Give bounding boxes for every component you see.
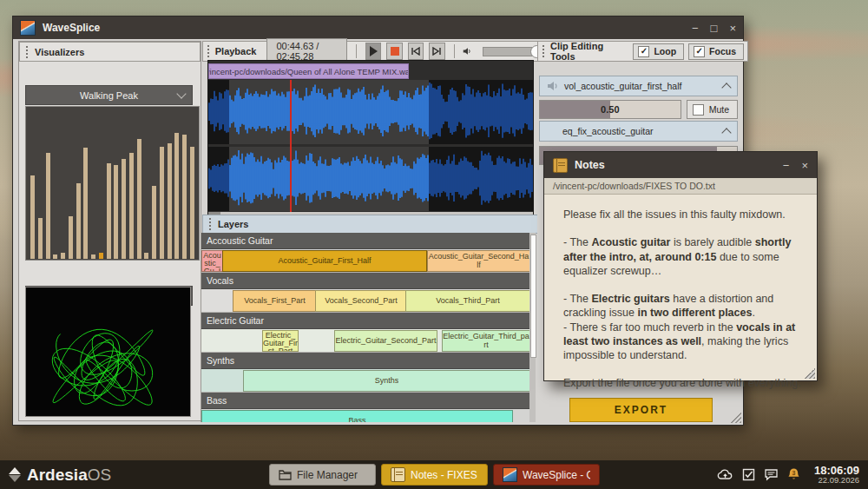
os-name-light: OS <box>88 466 111 484</box>
stop-icon <box>391 47 399 56</box>
track-row: Electric_Guitar_First_PartElectric_Guita… <box>201 329 529 353</box>
volume-slider[interactable] <box>483 47 540 56</box>
walking-peak-canvas <box>25 106 200 261</box>
notes-paragraph: Please fix all the issues in this faulty… <box>563 208 805 221</box>
skip-start-button[interactable] <box>408 43 424 60</box>
focus-checkbox[interactable] <box>694 46 705 57</box>
collapse-icon[interactable] <box>721 128 731 137</box>
peak-bar <box>53 254 57 259</box>
audio-clip[interactable]: Vocals_Third_Part <box>405 290 529 312</box>
notes-minimize-button[interactable]: − <box>783 159 790 172</box>
window-resize-grip[interactable] <box>731 413 741 423</box>
maximize-button[interactable]: □ <box>711 22 718 35</box>
playback-header: Playback 00:44.63 / 02:45.28 <box>202 41 544 62</box>
folder-icon <box>279 469 292 480</box>
audio-clip[interactable]: Synths <box>243 370 529 392</box>
track-header: Bass <box>201 393 529 409</box>
skip-start-icon <box>411 47 421 56</box>
notes-close-button[interactable]: × <box>801 159 808 172</box>
notes-window: Notes − × /vincent-pc/downloads/FIXES TO… <box>543 151 818 381</box>
stop-button[interactable] <box>386 43 402 60</box>
notes-resize-grip[interactable] <box>805 368 815 379</box>
waveform-area[interactable]: /vincent-pc/downloads/Queen of All Alone… <box>207 60 534 216</box>
peak-bar <box>46 153 50 260</box>
track-row: Acoustic_Gu_IntroAcoustic_Guitar_First_H… <box>201 249 529 273</box>
peak-bar <box>83 148 88 259</box>
audio-clip[interactable]: Electric_Guitar_First_Part <box>262 330 299 352</box>
audio-clip[interactable]: Acoustic_Guitar_Second_Half <box>427 250 529 272</box>
loop-toggle[interactable]: Loop <box>633 43 684 60</box>
file-path-badge: /vincent-pc/downloads/Queen of All Alone… <box>208 63 409 79</box>
close-button[interactable]: × <box>729 22 736 35</box>
peak-bar <box>61 253 65 259</box>
collapse-icon[interactable] <box>721 83 731 92</box>
playhead[interactable] <box>290 80 292 212</box>
taskbar-wavesplice[interactable]: WaveSplice - Qu... <box>493 464 600 486</box>
peak-bar <box>144 253 148 259</box>
peak-bar <box>137 139 141 259</box>
cloud-upload-icon[interactable] <box>717 468 733 481</box>
layers-tracks: Accoustic GuitarAcoustic_Gu_IntroAcousti… <box>201 233 529 422</box>
audio-clip[interactable]: Electric_Guitar_Third_part <box>442 330 529 352</box>
skip-end-button[interactable] <box>429 43 444 60</box>
track-header: Synths <box>201 353 529 369</box>
chat-icon[interactable] <box>764 468 779 481</box>
peak-bar <box>152 186 156 259</box>
mute-toggle[interactable]: Mute <box>687 100 738 119</box>
drag-handle-icon[interactable] <box>542 44 546 58</box>
drag-handle-icon[interactable] <box>208 217 213 231</box>
peak-bar <box>30 175 35 259</box>
peak-bar <box>38 218 43 259</box>
layers-scrollbar[interactable] <box>529 233 536 422</box>
peak-bar <box>99 253 103 259</box>
track-header: Vocals <box>201 273 529 289</box>
track-header: Electric Guitar <box>201 313 529 329</box>
peak-bar <box>122 159 126 260</box>
tasks-check-icon[interactable] <box>742 468 755 481</box>
mute-checkbox[interactable] <box>693 104 704 116</box>
wavesplice-app-icon <box>20 20 36 36</box>
play-button[interactable] <box>365 43 381 60</box>
loop-checkbox[interactable] <box>638 46 649 57</box>
audio-clip[interactable]: Bass <box>201 410 513 422</box>
speaker-icon <box>547 81 559 91</box>
play-icon <box>370 46 378 56</box>
peak-bar <box>182 135 187 260</box>
taskbar-file-manager[interactable]: File Manager <box>269 464 376 486</box>
notes-paragraph: - The Electric guitars have a distortion… <box>563 292 805 320</box>
audio-clip[interactable]: Vocals_First_Part <box>233 290 317 312</box>
audio-clip[interactable]: Electric_Guitar_Second_Part <box>334 330 437 352</box>
walking-peak-dropdown[interactable]: Walking Peak <box>25 85 193 105</box>
peak-bar <box>76 183 81 260</box>
peak-bar <box>107 163 111 259</box>
wavesplice-icon <box>503 467 517 482</box>
vol-slider[interactable]: 0.50 <box>539 100 681 119</box>
minimize-button[interactable]: − <box>692 22 699 35</box>
notes-file-path: /vincent-pc/downloads/FIXES TO DO.txt <box>544 178 817 195</box>
notes-paragraph: - There s far too much reverb in the voc… <box>563 320 805 363</box>
taskbar-clock[interactable]: 18:06:09 22.09.2026 <box>814 465 859 486</box>
peak-bar <box>69 216 73 259</box>
notifications-bell-icon[interactable]: 3 <box>787 467 800 481</box>
notes-titlebar[interactable]: Notes − × <box>544 152 817 178</box>
os-logo-icon <box>9 467 21 482</box>
peak-bar <box>160 147 164 260</box>
audio-clip[interactable]: Acoustic_Gu_Intro <box>201 250 223 272</box>
os-menu-button[interactable]: ArdesiaOS <box>9 466 111 485</box>
audio-clip[interactable]: Acoustic_Guitar_First_Half <box>222 250 427 272</box>
focus-toggle[interactable]: Focus <box>688 43 744 60</box>
window-title: WaveSplice <box>43 22 100 34</box>
track-header: Accoustic Guitar <box>201 233 529 249</box>
wavesplice-titlebar[interactable]: WaveSplice − □ × <box>13 17 743 39</box>
notes-body[interactable]: Please fix all the issues in this faulty… <box>544 194 817 380</box>
skip-end-icon <box>431 47 442 56</box>
vol-card-header[interactable]: vol_acoustic_guitar_first_half <box>539 76 738 96</box>
layers-scrollbar-thumb[interactable] <box>530 235 536 358</box>
eq-card-header[interactable]: eq_fix_acoustic_guitar <box>539 121 738 142</box>
export-button[interactable]: EXPORT <box>569 398 713 422</box>
visualizers-header: Visualizers <box>19 42 201 62</box>
taskbar-notes[interactable]: Notes - FIXES T... <box>381 464 488 486</box>
audio-clip[interactable]: Vocals_Second_Part <box>315 290 407 312</box>
drag-handle-icon[interactable] <box>25 45 30 59</box>
drag-handle-icon[interactable] <box>207 44 210 58</box>
